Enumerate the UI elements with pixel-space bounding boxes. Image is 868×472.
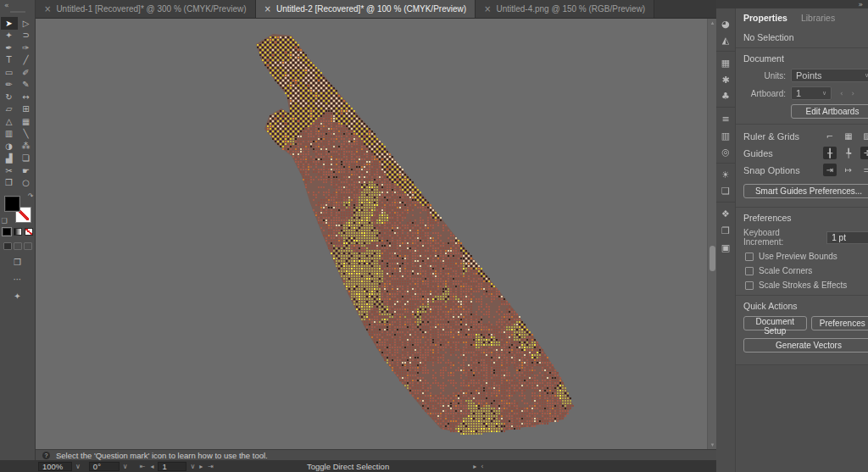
tool-button[interactable]: ▷ [18,17,35,30]
generate-vectors-button[interactable]: Generate Vectors [743,338,868,353]
ruler-grids-toggle[interactable]: ⌐ [823,130,837,142]
tool-button[interactable]: ✑ [18,42,35,54]
question-mark-icon[interactable]: ? [42,452,50,459]
tool-button[interactable]: ⊃ [18,30,35,42]
expand-panels-icon[interactable]: » [858,0,863,8]
guides-toggle[interactable]: ✛ [860,147,868,159]
dock-panel-icon[interactable]: ◭ [716,32,735,52]
tool-button[interactable]: ▱ [1,103,18,116]
dock-panel-icon[interactable]: ≡ [716,110,735,127]
snap-toggle[interactable]: ↦ [842,164,855,176]
rotation-chevron-icon[interactable]: ∨ [123,463,128,470]
swap-fill-stroke-icon[interactable]: ↷ [28,192,34,200]
scrollbar-thumb[interactable] [709,246,715,271]
vertical-scrollbar[interactable]: ▴ ▾ [707,19,716,449]
quick-action-button[interactable]: Preferences [811,316,868,330]
tool-button[interactable]: ▟ [1,153,18,165]
artwork-canvas[interactable] [36,19,716,449]
artboard-dropdown[interactable]: 1 ∨ [791,86,832,100]
tool-button[interactable]: ✎ [18,79,35,92]
tab-close-icon[interactable]: × [484,4,491,14]
tool-button[interactable]: ▦ [18,115,35,128]
screen-mode-icon[interactable]: ❐ [0,258,35,267]
dock-panel-icon[interactable]: ◕ [716,15,735,32]
tool-button[interactable]: ╲ [18,128,35,141]
tool-button[interactable]: ⊞ [18,103,35,116]
guides-toggle[interactable]: ╄ [842,147,855,159]
document-tab[interactable]: × Untitled-2 [Recovered]* @ 100 % (CMYK/… [256,0,476,18]
ruler-grids-toggle[interactable]: ▦ [842,130,855,142]
tool-button[interactable]: ❏ [18,153,35,165]
prev-artboard-arrow-icon[interactable]: ‹ [840,89,843,97]
snap-toggle[interactable]: ⇉ [860,164,868,176]
collapse-panel-icon[interactable]: « [4,1,9,9]
toolbar-star-icon[interactable]: ✦ [0,292,35,301]
fill-color-swatch[interactable] [5,197,19,211]
artboard-number-select[interactable]: 1 [158,462,186,471]
tab-close-icon[interactable]: × [264,4,271,14]
zoom-chevron-icon[interactable]: ∨ [75,463,81,470]
ruler-grids-toggle[interactable]: ▨ [860,130,868,142]
tab-close-icon[interactable]: × [44,4,51,14]
dock-panel-icon[interactable]: ◎ [716,144,735,164]
tool-button[interactable]: ➤ [1,17,18,30]
tool-button[interactable]: ✏ [1,79,18,92]
tool-button[interactable]: ❒ [1,177,18,190]
drawing-mode-button[interactable] [14,242,22,250]
dock-panel-icon[interactable]: ❖ [716,205,735,222]
dock-panel-icon[interactable]: ▦ [716,54,735,71]
dock-panel-icon[interactable]: ❐ [716,222,735,239]
next-artboard-arrow-icon[interactable]: › [852,89,855,97]
tool-button[interactable]: ☛ [18,164,35,177]
dock-panel-icon[interactable]: ▣ [716,239,735,256]
tool-button[interactable]: ▥ [1,128,18,141]
keyboard-increment-input[interactable]: 1 pt [826,231,868,244]
document-tab[interactable]: × Untitled-1 [Recovered]* @ 300 % (CMYK/… [36,0,256,18]
tool-button[interactable]: ↻ [1,91,18,103]
dock-panel-icon[interactable]: ☀ [716,166,735,183]
tool-button[interactable]: ✂ [1,164,18,177]
tool-button[interactable]: ╱ [18,54,35,67]
none-color-button[interactable] [25,228,33,236]
quick-action-button[interactable]: Document Setup [743,316,807,330]
edit-toolbar-ellipsis-icon[interactable]: ⋯ [0,275,35,284]
status-left-chevron-icon[interactable]: ‹ [481,463,483,470]
tool-button[interactable]: ○ [18,177,35,190]
status-flyout-icon[interactable]: ▸ [473,463,476,470]
document-tab[interactable]: × Untitled-4.png @ 150 % (RGB/Preview) [476,0,654,18]
default-colors-icon[interactable]: ❑ [2,217,8,225]
tool-button[interactable]: ▭ [1,66,18,79]
dock-panel-icon[interactable]: ▥ [716,127,735,144]
checkbox[interactable] [745,253,754,261]
panel-tab[interactable]: Properties [743,13,787,23]
rotation-select[interactable]: 0° [89,462,120,471]
last-artboard-icon[interactable]: ⇥ [208,463,214,470]
checkbox[interactable] [745,281,754,290]
smart-guides-preferences-button[interactable]: Smart Guides Preferences... [743,184,868,198]
tool-button[interactable]: ✦ [1,30,18,42]
drawing-mode-button[interactable] [24,242,32,250]
next-artboard-icon[interactable]: ▸ [199,463,203,470]
prev-artboard-icon[interactable]: ◂ [150,463,153,470]
drawing-mode-button[interactable] [3,242,12,250]
edit-artboards-button[interactable]: Edit Artboards [791,104,868,119]
snap-toggle[interactable]: ⇥ [823,164,837,176]
dock-panel-icon[interactable]: ♣ [716,88,735,108]
tool-button[interactable]: ◑ [1,140,18,153]
panel-drag-handle[interactable] [10,11,25,13]
canvas-area[interactable]: ▴ ▾ [36,19,716,449]
units-dropdown[interactable]: Points ∨ [791,69,868,82]
tool-button[interactable]: ✒ [1,42,18,54]
dock-panel-icon[interactable]: ❏ [716,183,735,203]
tool-button[interactable]: ↔ [18,91,35,103]
checkbox[interactable] [745,267,754,275]
first-artboard-icon[interactable]: ⇤ [140,463,146,470]
tool-button[interactable]: △ [1,115,18,128]
artboard-chevron-icon[interactable]: ∨ [190,463,195,470]
gradient-button[interactable] [14,228,22,236]
tool-button[interactable]: ✐ [18,66,35,79]
tool-button[interactable]: T [1,54,18,67]
guides-toggle[interactable]: ╂ [823,147,837,159]
zoom-level-select[interactable]: 100% [38,462,72,471]
color-fill-button[interactable] [3,228,11,236]
